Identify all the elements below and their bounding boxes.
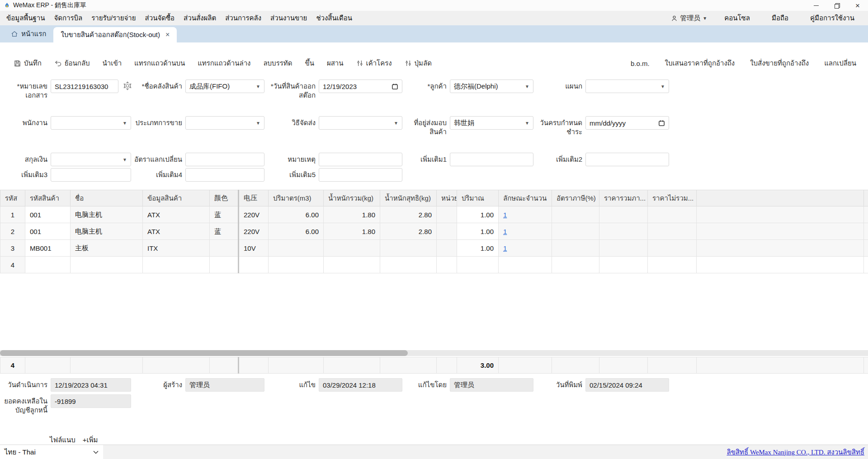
language-select[interactable]: ไทย - Thai [0,445,103,459]
table-cell: 1.80 [324,223,380,240]
column-header: รหัสสินค้า [25,190,71,206]
editable-cell[interactable] [552,257,599,273]
horizontal-scrollbar[interactable] [0,350,868,356]
customer-select[interactable]: 德尔福(Delphi)▼ [450,80,533,93]
referenced-sales-order-button[interactable]: ใบสั่งขายที่ถูกอ้างถึง [750,58,809,69]
insert-row-above-button[interactable]: แทรกแถวด้านบน [134,58,185,69]
editable-cell[interactable] [864,257,868,273]
extra5-input[interactable] [319,168,402,182]
editable-cell[interactable]: MB001 [25,240,71,257]
table-cell: 1 [499,206,552,223]
extra1-input[interactable] [450,153,533,166]
minimize-button[interactable] [806,0,826,11]
gear-icon [123,81,132,91]
referenced-quotation-button[interactable]: ใบเสนอราคาที่ถูกอ้างถึง [665,58,735,69]
extra3-input[interactable] [51,168,131,182]
exchange-button[interactable]: แลกเปลี่ยน [824,58,856,69]
editable-cell[interactable] [697,257,864,273]
sliders-icon [405,60,412,67]
editable-cell[interactable] [599,257,648,273]
employee-select[interactable]: ▼ [51,116,131,130]
copyright-link[interactable]: ลิขสิทธิ์ WeMax Nanjing CO., LTD. สงวนลิ… [727,447,868,458]
merge-button[interactable]: ผสาน [327,58,344,69]
delete-line-button[interactable]: ลบบรรทัด [263,58,292,69]
shortcut-button[interactable]: ปุ่มลัด [405,58,432,69]
editable-cell[interactable]: 001 [25,206,71,223]
editable-cell[interactable]: 001 [25,223,71,240]
mobile-button[interactable]: มือถือ [767,11,793,25]
editable-cell[interactable] [324,257,380,273]
editable-cell[interactable]: 1.00 [457,206,499,223]
import-button[interactable]: นำเข้า [103,58,122,69]
summary-row: 43.00 [0,357,868,374]
editable-cell[interactable] [71,257,143,273]
menu-income-expense[interactable]: รายรับ/รายจ่าย [87,11,140,25]
editable-cell[interactable] [269,257,324,273]
editable-cell[interactable]: 1.00 [457,240,499,257]
remark-input[interactable] [319,153,402,166]
menu-purchasing[interactable]: ส่วนจัดซื้อ [141,11,179,25]
table-cell [380,240,437,257]
menu-month-end[interactable]: ช่วงสิ้นเดือน [311,11,356,25]
editable-cell[interactable] [210,257,239,273]
stockout-date-input[interactable]: 12/19/2023 [319,80,402,93]
menu-sales[interactable]: ส่วนงานขาย [266,11,311,25]
summary-cell [864,357,868,374]
department-select[interactable]: ▼ [585,80,669,93]
editable-cell[interactable] [380,257,437,273]
move-up-button[interactable]: ขึ้น [305,58,314,69]
calendar-icon [658,120,665,126]
manual-button[interactable]: คู่มือการใช้งาน [806,11,859,25]
bom-button[interactable]: b.o.m. [631,60,650,67]
add-attachment-button[interactable]: +เพิ่ม [83,435,98,445]
column-header: ปริมาตร(m3) [269,190,324,206]
table-cell: 1 [0,206,25,223]
warehouse-select[interactable]: 成品库(FIFO)▼ [185,80,264,93]
editable-cell[interactable] [457,257,499,273]
menu-production[interactable]: ส่วนสั่งผลิต [179,11,221,25]
editable-cell[interactable] [239,257,269,273]
extra4-input[interactable] [185,168,264,182]
scrollbar-thumb[interactable] [0,350,408,356]
menu-inventory[interactable]: ส่วนการคลัง [221,11,266,25]
exchange-rate-input[interactable] [185,153,264,166]
tab-stockout[interactable]: ใบขายสินค้าออกสต๊อก(Stock-out) × [53,27,177,42]
table-cell: 蓝 [210,206,239,223]
menu-basic-data[interactable]: ข้อมูลพื้นฐาน [2,11,49,25]
quantity-detail-link[interactable]: 1 [503,244,507,252]
due-date-input[interactable]: mm/dd/yyyy [585,116,669,130]
editable-cell[interactable] [648,257,697,273]
chevron-down-icon: ▼ [525,84,529,89]
sale-type-select[interactable]: ▼ [185,116,264,130]
table-cell [648,223,697,240]
editable-cell[interactable] [437,257,457,273]
close-button[interactable]: × [847,0,868,11]
restore-button[interactable] [826,0,847,11]
tab-home[interactable]: หน้าแรก [4,25,53,42]
quantity-detail-link[interactable]: 1 [503,211,507,219]
document-number-input[interactable]: SL231219163030 [51,80,118,93]
insert-row-below-button[interactable]: แทรกแถวด้านล่าง [198,58,250,69]
doc-no-settings-button[interactable] [118,80,137,91]
delivery-address-select[interactable]: 韩世娟▼ [450,116,533,130]
editable-cell[interactable]: 1.00 [457,223,499,240]
back-button[interactable]: ย้อนกลับ [54,58,90,69]
currency-select[interactable]: ▼ [51,153,131,166]
editable-cell[interactable] [499,257,552,273]
summary-cell [599,357,648,374]
editable-cell[interactable] [143,257,210,273]
layout-button[interactable]: เค้าโครง [356,58,392,69]
editable-cell[interactable] [25,257,71,273]
menu-bill-management[interactable]: จัดการบิล [49,11,87,25]
table-row: 1001电脑主机ATX蓝220V6.001.802.801.001 [0,206,868,223]
tab-close-icon[interactable]: × [165,31,170,38]
language-value: ไทย - Thai [5,447,36,458]
extra1-label: เพิ่มเติม1 [402,153,450,164]
extra2-input[interactable] [585,153,669,166]
chevron-down-icon: ▼ [123,121,127,126]
console-button[interactable]: คอนโซล [720,11,755,25]
shipping-method-select[interactable]: ▼ [319,116,402,130]
user-menu[interactable]: 管理员 ▼ [671,14,707,23]
quantity-detail-link[interactable]: 1 [503,228,507,235]
save-button[interactable]: บันทึก [14,58,42,69]
